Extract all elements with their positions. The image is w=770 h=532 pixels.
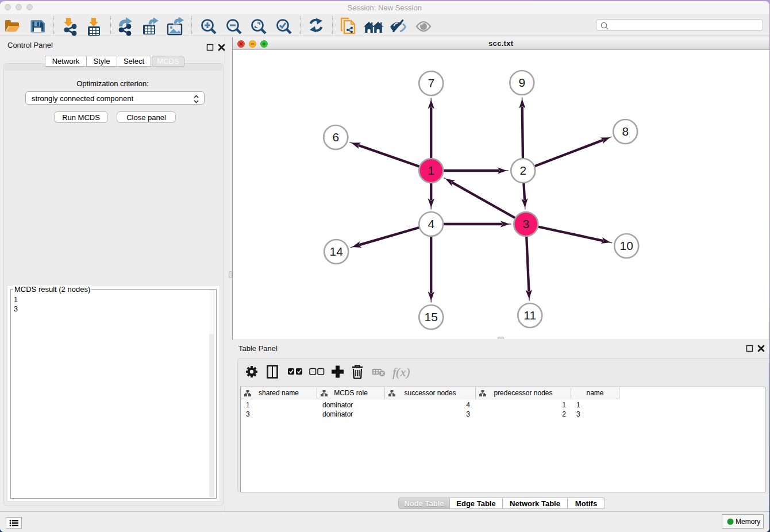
svg-text:14: 14 [330,245,344,258]
svg-text:7: 7 [428,76,434,90]
svg-text:2: 2 [519,164,526,177]
svg-text:15: 15 [425,310,438,323]
svg-text:4: 4 [428,217,434,230]
svg-text:10: 10 [620,239,633,252]
svg-text:1: 1 [428,164,434,177]
svg-text:3: 3 [522,217,529,230]
svg-text:11: 11 [523,309,536,322]
svg-text:8: 8 [622,125,629,138]
svg-text:f(x): f(x) [392,365,410,379]
svg-text:9: 9 [518,76,525,89]
svg-text:6: 6 [332,130,339,144]
